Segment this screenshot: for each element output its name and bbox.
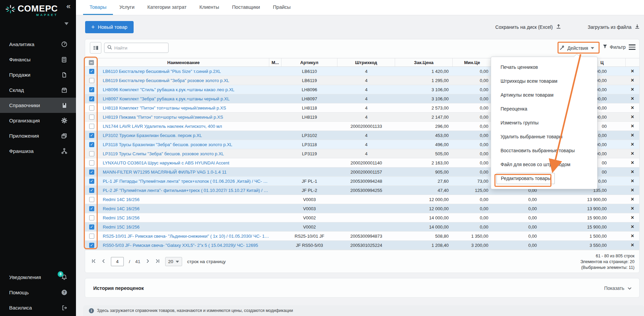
sidebar-item-document[interactable]: Продажи: [0, 67, 76, 82]
delete-row-icon: ×: [631, 151, 634, 156]
sidebar-item-franchise[interactable]: Франшиза: [0, 143, 76, 159]
sidebar-item-question[interactable]: Помощь?: [0, 285, 76, 300]
tab-6[interactable]: Прайсы: [267, 0, 297, 15]
barcode-cell: 4: [337, 131, 395, 140]
actions-dropdown-button[interactable]: Действия: [559, 43, 594, 53]
barcode-cell: 4: [337, 94, 395, 103]
history-show-button[interactable]: Показать: [604, 285, 632, 291]
search-box: [104, 43, 169, 53]
purchase-price-cell: 2 573,00: [395, 103, 453, 112]
first-page-button[interactable]: [91, 259, 96, 265]
table-row: Redmi 14C 16/256 V0003 12 000,00 0,00 0,…: [85, 204, 639, 213]
menu-item-8[interactable]: Файл для весов со штрихкодом: [491, 158, 597, 172]
load-from-file-button[interactable]: Загрузить из файла: [588, 24, 640, 30]
sidebar-item-box[interactable]: Склад: [0, 82, 76, 98]
modifications-cell: [269, 177, 281, 185]
modifications-cell: [269, 232, 281, 240]
barcode-cell: [337, 213, 395, 222]
product-name-link: Redmi 14C 16/256: [103, 206, 139, 211]
row-checkbox: [89, 96, 94, 101]
sidebar-item-apps[interactable]: Приложения: [0, 128, 76, 143]
bell-icon: 8: [60, 274, 68, 281]
delete-row-icon: ×: [631, 68, 634, 74]
barcode-cell: 4: [337, 85, 395, 94]
new-item-button[interactable]: + Новый товар: [85, 21, 134, 33]
row-checkbox: [89, 188, 94, 193]
save-to-excel-button[interactable]: Сохранить на диск (Excel): [495, 24, 561, 30]
column-header-barcode[interactable]: Штрихкод: [337, 58, 395, 66]
sidebar-item-gauge[interactable]: Аналитика: [0, 37, 76, 52]
row-checkbox: [89, 160, 94, 165]
menu-item-2[interactable]: Штрихкоды всем товарам: [491, 74, 597, 88]
last-page-button[interactable]: [155, 259, 160, 265]
min-price-cell: 0,00: [453, 195, 492, 204]
sidebar-item-book[interactable]: Справочники: [0, 98, 76, 113]
menu-item-6[interactable]: Удалить выбранные товары: [491, 130, 597, 144]
min-price-cell: 0,00: [453, 213, 492, 222]
product-name-link: PL-2 JF "Пулемётная лента"- фитильная+тр…: [103, 188, 269, 193]
tab-5[interactable]: Поставщики: [226, 0, 266, 15]
tab-4[interactable]: Клиенты: [193, 0, 226, 15]
menu-item-1[interactable]: Печать ценников: [491, 60, 597, 74]
menu-item-9[interactable]: Редактировать товары: [496, 173, 555, 184]
column-header-article[interactable]: Артикул: [281, 58, 337, 66]
article-cell: [281, 122, 337, 131]
selected-rows-info: (Выбранные элементы: 11): [580, 265, 635, 271]
column-header-modifications[interactable]: М...: [269, 58, 281, 66]
search-input[interactable]: [114, 45, 162, 51]
row-checkbox: [89, 69, 94, 74]
purchase-price-cell: 14 000,00: [395, 222, 453, 231]
product-name-link: LB6119 Бюстгальтер бесшовный "Зебра" роз…: [103, 78, 229, 83]
tab-2[interactable]: Услуги: [113, 0, 141, 15]
product-name-link: MANN-FILTER W71295 МАСЛЯНЫЙ ФИЛЬТР VAG 1…: [103, 170, 227, 175]
min-price-cell: 0,00: [453, 222, 492, 231]
sidebar-item-bell[interactable]: Уведомления8: [0, 270, 76, 285]
barcode-cell: 4: [337, 149, 395, 158]
next-page-button[interactable]: [145, 259, 150, 265]
sidebar-item-calculator[interactable]: Финансы: [0, 52, 76, 67]
sidebar-item-label: Справочники: [9, 102, 40, 108]
column-settings-button[interactable]: [90, 42, 101, 54]
org-selector-caret-icon[interactable]: [64, 22, 69, 25]
column-header-name[interactable]: Наименование: [98, 58, 269, 66]
sidebar-item-label: Помощь: [9, 290, 29, 295]
page-number-input[interactable]: [111, 257, 124, 266]
article-cell: RS25-10/01 JF: [281, 232, 337, 240]
menu-item-3[interactable]: Артикулы всем товарам: [491, 88, 597, 102]
barcode-cell: 4: [337, 140, 395, 149]
filter-button[interactable]: Фильтр: [603, 44, 626, 50]
modifications-cell: [269, 241, 281, 250]
article-cell: [281, 158, 337, 167]
delete-row-icon: ×: [631, 114, 634, 120]
article-cell: JF RS50-5/03: [281, 241, 337, 250]
column-header-min-price[interactable]: Мин.Це: [453, 58, 492, 66]
row-checkbox: [89, 133, 94, 138]
sidebar-collapse-icon[interactable]: «: [66, 3, 71, 10]
prev-page-button[interactable]: [101, 259, 106, 265]
footer-hint-text: Здесь загружается справочник товаров, на…: [97, 308, 293, 313]
min-price-cell: 0,00: [453, 103, 492, 112]
table-row: Redmi 15C 16/256 V0002 14 000,00 0,00 0,…: [85, 222, 639, 232]
min-price-cell: 0,00: [453, 113, 492, 121]
column-header-purchase-price[interactable]: Зак.Цена: [395, 58, 453, 66]
barcode-cell: 2000200001140: [337, 158, 395, 167]
table-menu-icon[interactable]: [629, 44, 636, 51]
retail-price-cell: 15 900,00: [541, 213, 626, 222]
table-toolbar: Действия Фильтр: [85, 39, 639, 56]
tab-3[interactable]: Категории затрат: [141, 0, 193, 15]
book-icon: [60, 102, 68, 109]
retail-price-cell: 15 900,00: [541, 222, 626, 231]
menu-item-4[interactable]: Переоценка: [491, 102, 597, 116]
tab-1[interactable]: Товары: [83, 0, 113, 15]
purchase-price-cell: 2 163,00: [395, 158, 453, 167]
sidebar-item-gear[interactable]: Организация: [0, 113, 76, 128]
menu-item-5[interactable]: Изменить группы: [491, 116, 597, 130]
product-name-link: LH8096 Комплект "Стиль" рубашка к.рук.+ш…: [103, 87, 234, 92]
menu-item-7[interactable]: Восстановить выбранные товары: [491, 144, 597, 158]
sidebar-item-logout[interactable]: Василиса: [0, 300, 76, 315]
product-name-link: Redmi 15C 16/256: [103, 215, 139, 220]
row-checkbox: [89, 115, 94, 120]
sidebar-item-label: Финансы: [9, 57, 31, 62]
page-size-select[interactable]: 20: [165, 257, 182, 266]
apps-icon: [60, 133, 68, 139]
